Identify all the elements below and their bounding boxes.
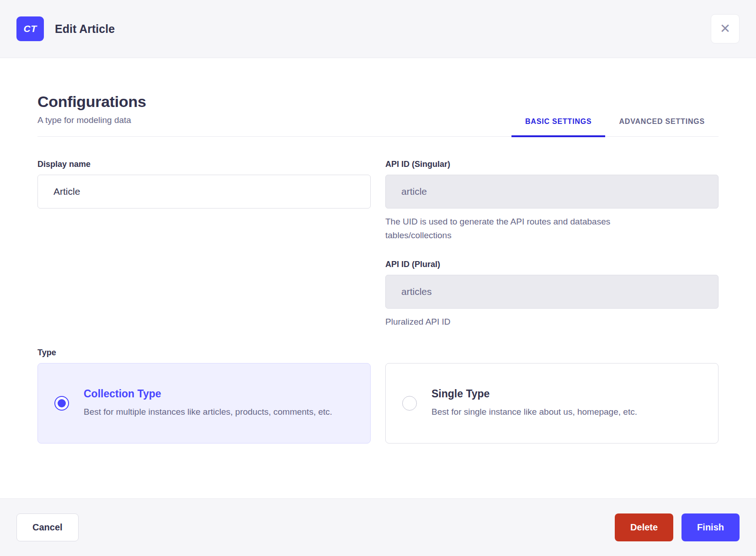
collection-type-title: Collection Type (84, 388, 332, 400)
api-id-plural-input (385, 275, 719, 309)
cancel-button[interactable]: Cancel (16, 513, 79, 541)
modal-body: Configurations A type for modeling data … (0, 58, 756, 498)
modal-header: CT Edit Article ✕ (0, 0, 756, 58)
type-section: Type Collection Type Best for multiple i… (37, 348, 719, 444)
modal-footer: Cancel Delete Finish (0, 498, 756, 556)
display-name-field-group: Display name (37, 160, 371, 242)
page-title: Configurations (37, 93, 146, 111)
display-name-input[interactable] (37, 175, 371, 208)
modal-title: Edit Article (55, 22, 115, 36)
finish-button[interactable]: Finish (681, 513, 740, 541)
radio-unselected-icon[interactable] (402, 396, 417, 411)
section-head: Configurations A type for modeling data … (37, 93, 719, 137)
tab-basic-settings[interactable]: BASIC SETTINGS (511, 118, 605, 137)
api-id-plural-hint: Pluralized API ID (385, 315, 678, 329)
close-button[interactable]: ✕ (711, 14, 740, 43)
radio-selected-icon[interactable] (54, 396, 69, 411)
tab-advanced-settings[interactable]: ADVANCED SETTINGS (605, 118, 719, 137)
collection-type-texts: Collection Type Best for multiple instan… (84, 388, 332, 419)
page-subtitle: A type for modeling data (37, 115, 146, 125)
type-options: Collection Type Best for multiple instan… (37, 363, 719, 444)
single-type-title: Single Type (431, 388, 637, 400)
single-type-texts: Single Type Best for single instance lik… (431, 388, 637, 419)
collection-type-card[interactable]: Collection Type Best for multiple instan… (37, 363, 371, 444)
section-titles: Configurations A type for modeling data (37, 93, 146, 136)
api-id-singular-field-group: API ID (Singular) The UID is used to gen… (385, 160, 719, 242)
api-id-plural-label: API ID (Plural) (385, 260, 719, 269)
api-id-singular-input (385, 175, 719, 208)
api-id-singular-label: API ID (Singular) (385, 160, 719, 169)
settings-tabs: BASIC SETTINGS ADVANCED SETTINGS (511, 118, 719, 136)
content-type-badge: CT (16, 16, 44, 41)
close-icon: ✕ (720, 22, 730, 35)
configurations-form: Display name API ID (Singular) The UID i… (37, 160, 719, 329)
single-type-card[interactable]: Single Type Best for single instance lik… (385, 363, 719, 444)
single-type-description: Best for single instance like about us, … (431, 405, 637, 419)
type-label: Type (37, 348, 719, 358)
content-type-badge-label: CT (24, 23, 37, 34)
api-id-singular-hint: The UID is used to generate the API rout… (385, 215, 678, 242)
collection-type-description: Best for multiple instances like article… (84, 405, 332, 419)
delete-button[interactable]: Delete (615, 513, 673, 541)
display-name-label: Display name (37, 160, 371, 169)
api-id-plural-field-group: API ID (Plural) Pluralized API ID (385, 260, 719, 329)
